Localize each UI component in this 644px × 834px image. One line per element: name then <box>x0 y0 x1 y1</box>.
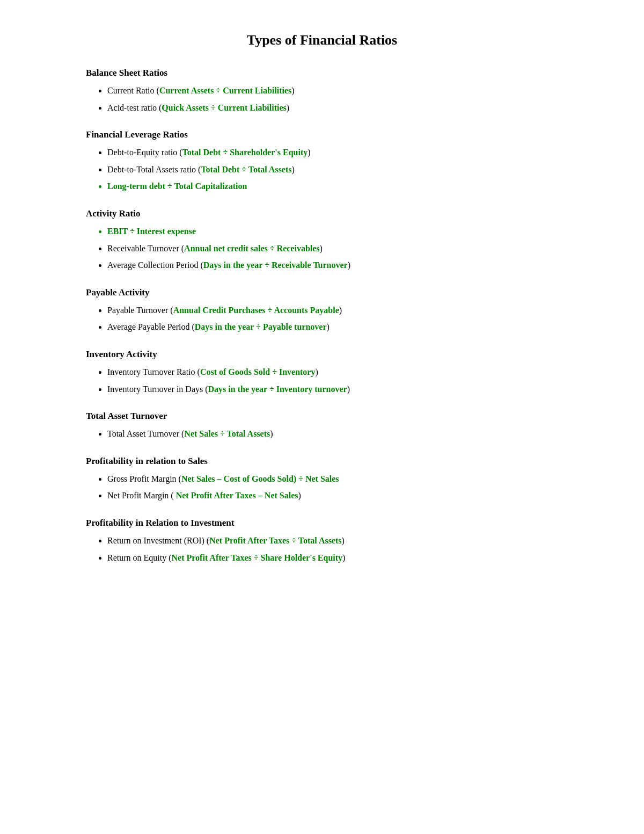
suffix-roe: ) <box>342 553 345 562</box>
content-area: Balance Sheet RatiosCurrent Ratio (Curre… <box>86 68 558 564</box>
list-item-receivable-turnover: Receivable Turnover (Annual net credit s… <box>107 242 558 256</box>
section-heading-activity: Activity Ratio <box>86 208 558 219</box>
list-item-acid-test: Acid-test ratio (Quick Assets ÷ Current … <box>107 101 558 115</box>
prefix-debt-equity: Debt-to-Equity ratio ( <box>107 148 182 157</box>
suffix-inventory-turnover-days: ) <box>347 385 350 394</box>
section-list-payable-activity: Payable Turnover (Annual Credit Purchase… <box>107 303 558 334</box>
list-item-roe: Return on Equity (Net Profit After Taxes… <box>107 551 558 565</box>
section-heading-profitability-investment: Profitability in Relation to Investment <box>86 518 558 528</box>
section-heading-balance-sheet: Balance Sheet Ratios <box>86 68 558 78</box>
prefix-inventory-turnover-ratio: Inventory Turnover Ratio ( <box>107 367 200 376</box>
section-heading-financial-leverage: Financial Leverage Ratios <box>86 129 558 140</box>
formula-avg-payable: Days in the year ÷ Payable turnover <box>195 322 327 331</box>
suffix-total-asset: ) <box>270 429 273 438</box>
prefix-total-asset: Total Asset Turnover ( <box>107 429 184 438</box>
section-list-total-asset-turnover: Total Asset Turnover (Net Sales ÷ Total … <box>107 427 558 441</box>
list-item-payable-turnover: Payable Turnover (Annual Credit Purchase… <box>107 303 558 317</box>
section-heading-profitability-sales: Profitability in relation to Sales <box>86 456 558 467</box>
formula-roi: Net Profit After Taxes ÷ Total Assets <box>209 536 341 545</box>
list-item-avg-payable: Average Payable Period (Days in the year… <box>107 320 558 334</box>
section-list-profitability-sales: Gross Profit Margin (Net Sales – Cost of… <box>107 472 558 503</box>
list-item-inventory-turnover-ratio: Inventory Turnover Ratio (Cost of Goods … <box>107 365 558 379</box>
formula-ebit: EBIT ÷ Interest expense <box>107 227 196 236</box>
section-list-profitability-investment: Return on Investment (ROI) (Net Profit A… <box>107 534 558 564</box>
prefix-avg-payable: Average Payable Period ( <box>107 322 195 331</box>
page-title: Types of Financial Ratios <box>86 32 558 48</box>
formula-acid-test: Quick Assets ÷ Current Liabilities <box>162 103 287 112</box>
prefix-net-profit-margin: Net Profit Margin ( <box>107 491 176 500</box>
suffix-payable-turnover: ) <box>339 306 342 315</box>
suffix-current-ratio: ) <box>291 86 294 95</box>
prefix-roi: Return on Investment (ROI) ( <box>107 536 209 545</box>
suffix-avg-payable: ) <box>327 322 330 331</box>
prefix-avg-collection: Average Collection Period ( <box>107 260 203 270</box>
formula-roe: Net Profit After Taxes ÷ Share Holder's … <box>172 553 343 562</box>
list-item-gross-profit-margin: Gross Profit Margin (Net Sales – Cost of… <box>107 472 558 486</box>
formula-debt-total-assets: Total Debt ÷ Total Assets <box>201 165 291 174</box>
suffix-net-profit-margin: ) <box>298 491 301 500</box>
prefix-acid-test: Acid-test ratio ( <box>107 103 162 112</box>
prefix-payable-turnover: Payable Turnover ( <box>107 306 173 315</box>
list-item-total-asset: Total Asset Turnover (Net Sales ÷ Total … <box>107 427 558 441</box>
section-list-financial-leverage: Debt-to-Equity ratio (Total Debt ÷ Share… <box>107 146 558 193</box>
section-heading-inventory-activity: Inventory Activity <box>86 349 558 360</box>
prefix-receivable-turnover: Receivable Turnover ( <box>107 244 184 253</box>
formula-debt-equity: Total Debt ÷ Shareholder's Equity <box>182 148 308 157</box>
list-item-long-term-debt: Long-term debt ÷ Total Capitalization <box>107 179 558 193</box>
formula-long-term-debt: Long-term debt ÷ Total Capitalization <box>107 182 247 191</box>
list-item-inventory-turnover-days: Inventory Turnover in Days (Days in the … <box>107 382 558 396</box>
formula-payable-turnover: Annual Credit Purchases ÷ Accounts Payab… <box>173 306 339 315</box>
formula-net-profit-margin: Net Profit After Taxes – Net Sales <box>176 491 298 500</box>
suffix-receivable-turnover: ) <box>320 244 323 253</box>
formula-receivable-turnover: Annual net credit sales ÷ Receivables <box>184 244 319 253</box>
prefix-inventory-turnover-days: Inventory Turnover in Days ( <box>107 385 208 394</box>
prefix-gross-profit-margin: Gross Profit Margin ( <box>107 474 181 483</box>
formula-current-ratio: Current Assets ÷ Current Liabilities <box>159 86 291 95</box>
prefix-current-ratio: Current Ratio ( <box>107 86 159 95</box>
list-item-net-profit-margin: Net Profit Margin ( Net Profit After Tax… <box>107 489 558 503</box>
suffix-roi: ) <box>342 536 345 545</box>
formula-inventory-turnover-ratio: Cost of Goods Sold ÷ Inventory <box>200 367 316 376</box>
list-item-roi: Return on Investment (ROI) (Net Profit A… <box>107 534 558 548</box>
list-item-ebit: EBIT ÷ Interest expense <box>107 224 558 238</box>
list-item-avg-collection: Average Collection Period (Days in the y… <box>107 258 558 272</box>
section-list-inventory-activity: Inventory Turnover Ratio (Cost of Goods … <box>107 365 558 396</box>
formula-gross-profit-margin: Net Sales – Cost of Goods Sold <box>181 474 294 483</box>
suffix-acid-test: ) <box>287 103 289 112</box>
suffix-gross-profit-margin: ) ÷ Net Sales <box>294 474 339 483</box>
formula-total-asset: Net Sales ÷ Total Assets <box>184 429 270 438</box>
section-heading-total-asset-turnover: Total Asset Turnover <box>86 411 558 422</box>
list-item-current-ratio: Current Ratio (Current Assets ÷ Current … <box>107 84 558 98</box>
suffix-debt-equity: ) <box>308 148 310 157</box>
prefix-roe: Return on Equity ( <box>107 553 172 562</box>
suffix-debt-total-assets: ) <box>292 165 295 174</box>
section-heading-payable-activity: Payable Activity <box>86 287 558 298</box>
section-list-activity: EBIT ÷ Interest expenseReceivable Turnov… <box>107 224 558 272</box>
formula-inventory-turnover-days: Days in the year ÷ Inventory turnover <box>208 385 347 394</box>
suffix-inventory-turnover-ratio: ) <box>315 367 318 376</box>
prefix-debt-total-assets: Debt-to-Total Assets ratio ( <box>107 165 201 174</box>
list-item-debt-equity: Debt-to-Equity ratio (Total Debt ÷ Share… <box>107 146 558 159</box>
section-list-balance-sheet: Current Ratio (Current Assets ÷ Current … <box>107 84 558 114</box>
formula-avg-collection: Days in the year ÷ Receivable Turnover <box>203 260 348 270</box>
list-item-debt-total-assets: Debt-to-Total Assets ratio (Total Debt ÷… <box>107 163 558 177</box>
suffix-avg-collection: ) <box>348 260 350 270</box>
